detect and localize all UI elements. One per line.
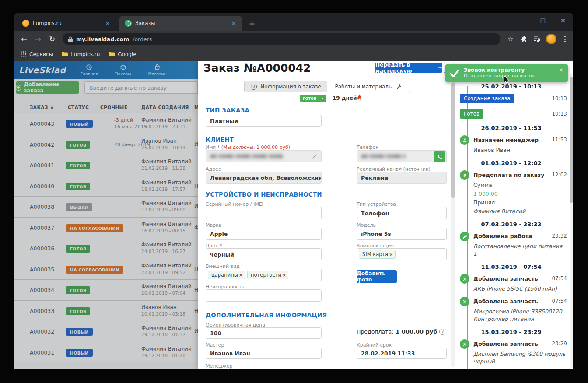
event-detail: Фамилия Виталий [473, 207, 567, 215]
section-extra-info: ДОПОЛНИТЕЛЬНАЯ ИНФОРМАЦИЯ [206, 312, 327, 319]
bookmark-star-icon[interactable]: ☆ [505, 33, 516, 45]
extensions-icon[interactable] [518, 33, 529, 45]
reload-icon[interactable]: ↻ [46, 33, 58, 45]
toast-close-icon[interactable]: × [559, 67, 564, 73]
livesklad-favicon-icon [125, 20, 132, 27]
back-icon[interactable]: ← [18, 33, 30, 45]
order-status-row: готов ▾ -19 дней [198, 95, 457, 102]
folder-icon [62, 52, 68, 56]
event-detail: 1 000.00 [473, 190, 567, 197]
browser-tab-orders[interactable]: Заказы × [119, 16, 242, 31]
timeline-badge-row: Готов10:13 [460, 109, 567, 119]
tag-label: SIM карта [362, 251, 388, 257]
timeline-time: 12:02 [552, 172, 567, 178]
wrench-icon [460, 232, 469, 241]
edit-pencil-icon[interactable] [312, 153, 318, 159]
event-title: Добавлена запчасть [473, 341, 538, 347]
ruble-icon: P [460, 170, 469, 180]
minimize-button[interactable]: – [513, 13, 533, 27]
address-bar[interactable]: my.livesklad.com/orders [63, 33, 500, 45]
gear-icon [460, 274, 469, 284]
timeline-status-badge: Создание заказа [460, 94, 514, 103]
bookmark-services[interactable]: Сервисы [21, 51, 53, 57]
tab-close-icon[interactable]: × [104, 19, 112, 27]
model-input[interactable]: iPhone 5s [357, 228, 447, 240]
arrow-right-icon: → [438, 65, 442, 71]
section-device: УСТРОЙСТВО И НЕИСПРАВНОСТИ [206, 191, 322, 198]
bookmark-label: Google [118, 51, 136, 57]
call-button[interactable] [434, 151, 445, 162]
person-icon [460, 135, 469, 145]
tab-label: Работы и материалы [335, 84, 393, 90]
device-type-label: Тип устройства [357, 201, 396, 207]
timeline-time: 07:54 [552, 298, 567, 305]
kit-input[interactable]: SIM карта× [357, 248, 447, 260]
bookmark-label: Lumpics.ru [71, 51, 100, 57]
tab-works-materials[interactable]: Работы и материалы [327, 81, 410, 92]
tab-label: Информация о заказе [260, 84, 321, 90]
address-input[interactable]: Ленинградская обл, Всеволожский р-н, т [206, 172, 322, 184]
browser-window: Lumpics.ru × Заказы × + – □ × ← → ↻ my.l… [14, 13, 573, 369]
bookmark-google[interactable]: Google [108, 51, 136, 57]
tab-title: Lumpics.ru [33, 20, 100, 26]
serial-input[interactable] [206, 207, 322, 219]
timeline-scrollbar-thumb[interactable] [570, 77, 573, 203]
maximize-button[interactable]: □ [533, 13, 553, 27]
close-button[interactable]: × [553, 13, 573, 27]
status-dropdown[interactable]: готов ▾ [300, 95, 326, 102]
color-input[interactable]: черный [206, 248, 322, 260]
remove-tag-icon[interactable]: × [239, 272, 243, 278]
timeline-date-header: 26.02.2019 - 11:53 [460, 125, 563, 131]
timeline-list: 25.02.2019 - 10:13Создание заказа10:13Го… [460, 83, 573, 369]
wrench-icon [396, 84, 402, 90]
svg-text:P: P [463, 173, 466, 177]
order-type-input[interactable]: Платный [206, 115, 322, 127]
tab-close-icon[interactable]: × [230, 19, 238, 27]
timeline-status-badge: Готов [460, 109, 483, 119]
manager-label: Менеджер [206, 363, 232, 369]
bookmarks-bar: Сервисы Lumpics.ru Google [14, 47, 573, 61]
info-icon: i [251, 84, 257, 90]
timeline-event: Добавлена работа23:32Восстановление цепи… [460, 232, 567, 257]
add-photo-button[interactable]: Добавить фото [357, 270, 397, 283]
brand-input[interactable]: Apple [206, 228, 322, 240]
media-controls-icon[interactable] [531, 33, 542, 45]
client-debt-label: (Мы должны: 1 000.00 руб) [221, 144, 290, 150]
tab-order-info[interactable]: i Информация о заказе [245, 81, 327, 92]
remove-tag-icon[interactable]: × [282, 272, 286, 278]
deadline-input[interactable]: 28.02.2019 11:33 [357, 348, 447, 359]
phone-input[interactable] [357, 150, 447, 162]
event-detail: Сумма: [473, 181, 567, 189]
remove-tag-icon[interactable]: × [389, 252, 393, 257]
price-input[interactable]: 100 [206, 327, 322, 339]
prepay-value: 1 000.00 руб [396, 328, 437, 335]
bookmark-lumpics[interactable]: Lumpics.ru [62, 51, 100, 57]
section-order-type: ТИП ЗАКАЗА [206, 107, 249, 114]
ad-channel-input[interactable]: Реклама [357, 172, 447, 184]
order-title: Заказ №A000042 [203, 62, 311, 74]
forward-icon[interactable]: → [32, 33, 44, 45]
defect-input[interactable] [206, 289, 322, 302]
info-icon[interactable]: i [439, 329, 445, 335]
client-name-input[interactable] [206, 150, 322, 162]
master-input[interactable]: Иванов Иван [206, 348, 322, 359]
new-tab-button[interactable]: + [246, 18, 258, 29]
timeline-time: 23:32 [552, 233, 567, 239]
event-detail: Восстановление цепи питания 1 [473, 242, 567, 257]
event-detail: Иванов Иван [473, 146, 567, 154]
orders-list-page: LiveSklad Главная Заказы Магазин [14, 61, 198, 369]
browser-tab-lumpics[interactable]: Lumpics.ru × [17, 16, 116, 31]
timeline-date-header: 11.03.2019 - 07:54 [460, 264, 563, 270]
check-icon [450, 68, 459, 78]
timeline-event: Добавлена запчасть07:54Микросхема iPhone… [460, 297, 567, 323]
event-title: Добавлена работа [473, 233, 532, 239]
device-type-input[interactable]: Телефон [357, 207, 447, 219]
timeline-date-header: 15.03.2019 - 23:29 [460, 329, 563, 335]
browser-menu-icon[interactable] [560, 36, 570, 42]
profile-avatar[interactable] [546, 34, 556, 44]
transfer-to-workshop-button[interactable]: Передать в мастерскую → [375, 63, 442, 73]
phone-label: Телефон [357, 144, 379, 150]
form-scrollbar-thumb[interactable] [452, 83, 455, 198]
appearance-input[interactable]: царапины×потертости× [206, 269, 322, 281]
modal-backdrop[interactable] [14, 61, 198, 369]
